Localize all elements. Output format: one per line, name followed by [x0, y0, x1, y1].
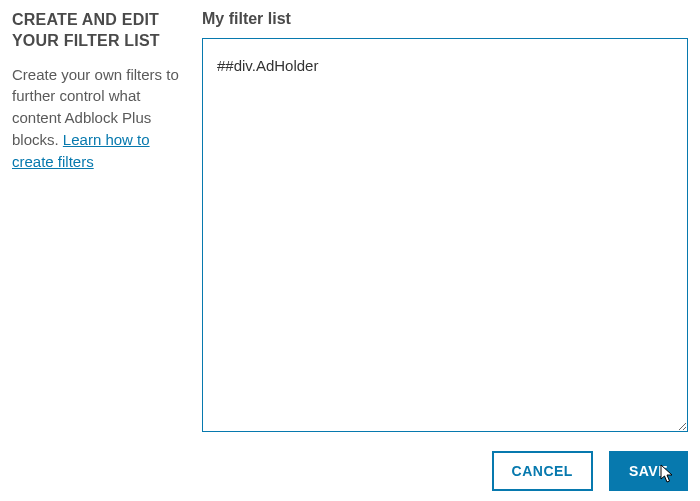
sidebar-description: Create your own filters to further contr…	[12, 64, 180, 173]
filter-list-textarea[interactable]	[202, 38, 688, 432]
filter-list-heading: My filter list	[202, 10, 688, 28]
cursor-icon	[660, 464, 676, 484]
sidebar: CREATE AND EDIT YOUR FILTER LIST Create …	[12, 10, 180, 491]
main-content: My filter list CANCEL SAVE	[202, 10, 688, 491]
cancel-button[interactable]: CANCEL	[492, 451, 593, 491]
sidebar-heading: CREATE AND EDIT YOUR FILTER LIST	[12, 10, 180, 52]
save-button[interactable]: SAVE	[609, 451, 688, 491]
button-row: CANCEL SAVE	[202, 451, 688, 491]
